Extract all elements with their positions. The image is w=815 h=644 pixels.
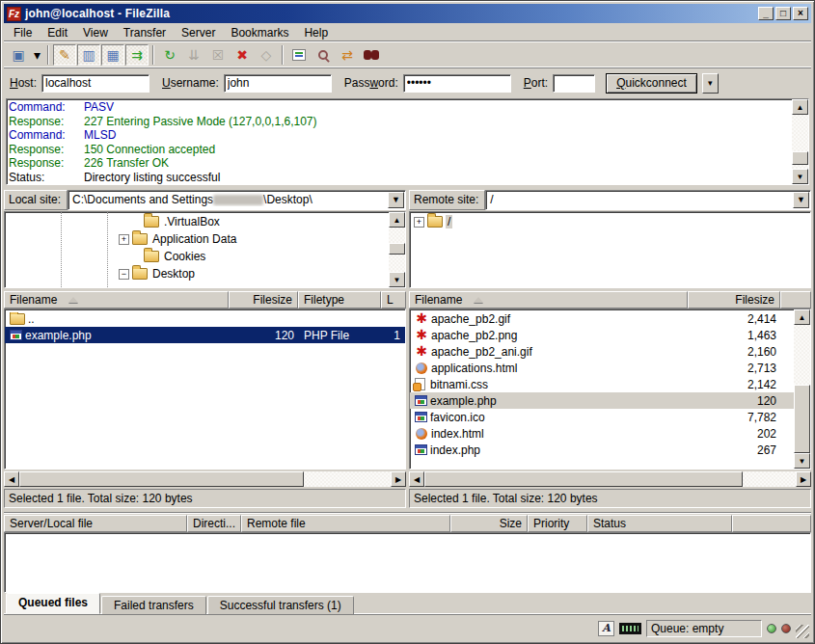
menu-file[interactable]: File — [6, 24, 40, 41]
scrollbar-thumb[interactable] — [424, 471, 743, 487]
directory-filter-button[interactable] — [287, 44, 311, 66]
toggle-message-log-button[interactable]: ✎ — [53, 44, 76, 66]
scroll-up-icon[interactable]: ▲ — [794, 309, 810, 325]
remote-row[interactable]: applications.html 2,713 — [410, 360, 794, 376]
scroll-up-icon[interactable]: ▲ — [792, 99, 808, 115]
tree-item-cookies[interactable]: Cookies — [5, 248, 389, 265]
expand-icon[interactable]: + — [119, 234, 129, 245]
folder-icon — [132, 268, 148, 280]
tab-failed-transfers[interactable]: Failed transfers — [101, 596, 206, 614]
close-button[interactable]: × — [793, 7, 808, 20]
local-h-scrollbar[interactable]: ◀ ▶ — [4, 471, 406, 487]
remote-row-example-php[interactable]: example.php 120 — [410, 392, 794, 409]
combo-dropdown-icon[interactable]: ▼ — [388, 192, 404, 208]
local-row-example-php[interactable]: example.php 120 PHP File 1 — [5, 327, 405, 343]
column-remote-file[interactable]: Remote file — [241, 515, 450, 532]
transfer-type-indicator[interactable]: A — [598, 621, 614, 636]
remote-path-combo[interactable]: / ▼ — [485, 190, 811, 210]
reconnect-button[interactable]: ◇ — [255, 44, 278, 66]
tree-item-virtualbox[interactable]: .VirtualBox — [5, 213, 389, 230]
toggle-remote-tree-button[interactable]: ▦ — [101, 44, 124, 66]
column-status[interactable]: Status — [587, 515, 732, 532]
cancel-button[interactable]: ☒ — [206, 44, 230, 66]
column-priority[interactable]: Priority — [528, 515, 587, 532]
menu-server[interactable]: Server — [174, 24, 223, 41]
column-direction[interactable]: Directi... — [187, 515, 241, 532]
remote-row[interactable]: index.php 267 — [410, 442, 794, 458]
local-path-combo[interactable]: C:\Documents and Settings\Desktop\ ▼ — [68, 190, 406, 210]
scrollbar-thumb[interactable] — [19, 471, 304, 487]
remote-row[interactable]: apache_pb2_ani.gif 2,160 — [410, 343, 794, 360]
remote-row[interactable]: bitnami.css 2,142 — [410, 376, 794, 392]
remote-row[interactable]: apache_pb2.png 1,463 — [410, 327, 794, 343]
process-queue-button[interactable]: ⇊ — [182, 44, 205, 66]
column-filename[interactable]: Filename — [4, 291, 229, 309]
local-tree-scrollbar[interactable]: ▲ ▼ — [389, 212, 405, 287]
disconnect-button[interactable]: ✖ — [231, 44, 254, 66]
remote-list-scrollbar[interactable]: ▲ ▼ — [794, 309, 810, 469]
toggle-local-tree-button[interactable]: ▥ — [77, 44, 100, 66]
scroll-down-icon[interactable]: ▼ — [792, 169, 808, 184]
scroll-left-icon[interactable]: ◀ — [409, 471, 424, 487]
tab-queued-files[interactable]: Queued files — [6, 593, 100, 614]
resize-grip[interactable] — [796, 625, 809, 638]
scrollbar-thumb[interactable] — [794, 385, 810, 453]
menu-help[interactable]: Help — [296, 24, 336, 41]
site-manager-dropdown[interactable]: ▾ — [31, 44, 43, 66]
expand-icon[interactable]: + — [414, 217, 424, 228]
tree-item-application-data[interactable]: +Application Data — [5, 230, 389, 248]
apache-feather-icon — [415, 312, 428, 325]
password-input[interactable] — [403, 74, 511, 93]
menu-bookmarks[interactable]: Bookmarks — [223, 24, 296, 41]
log-line: Response:227 Entering Passive Mode (127,… — [9, 115, 792, 129]
column-last-modified[interactable]: L — [381, 291, 406, 309]
scrollbar-thumb[interactable] — [389, 243, 405, 255]
scroll-left-icon[interactable]: ◀ — [4, 471, 19, 487]
collapse-icon[interactable]: − — [119, 269, 129, 280]
quickconnect-button[interactable]: Quickconnect — [606, 73, 697, 94]
remote-row[interactable]: apache_pb2.gif 2,414 — [410, 310, 794, 327]
remote-h-scrollbar[interactable]: ◀ ▶ — [409, 471, 811, 487]
directory-compare-button[interactable] — [312, 44, 335, 66]
column-filename[interactable]: Filename — [409, 291, 688, 309]
sync-browsing-button[interactable]: ⇄ — [336, 44, 359, 66]
filter-icon — [292, 49, 306, 61]
scroll-up-icon[interactable]: ▲ — [389, 212, 405, 228]
minimize-button[interactable]: _ — [758, 7, 774, 20]
apache-feather-icon — [415, 345, 428, 358]
scroll-right-icon[interactable]: ▶ — [796, 471, 811, 487]
site-manager-button[interactable]: ▣ — [7, 44, 30, 66]
username-input[interactable] — [224, 74, 332, 93]
remote-site-label: Remote site: — [409, 190, 485, 210]
tab-successful-transfers[interactable]: Successful transfers (1) — [207, 596, 354, 614]
refresh-button[interactable]: ↻ — [158, 44, 181, 66]
scroll-down-icon[interactable]: ▼ — [794, 453, 810, 469]
log-scrollbar[interactable]: ▲ ▼ — [792, 99, 808, 184]
tree-item-root[interactable]: +/ — [410, 213, 810, 230]
tree-item-desktop[interactable]: −Desktop — [5, 265, 389, 282]
scrollbar-thumb[interactable] — [792, 151, 808, 165]
menu-view[interactable]: View — [75, 24, 116, 41]
combo-dropdown-icon[interactable]: ▼ — [793, 192, 809, 208]
port-input[interactable] — [553, 74, 595, 93]
quickconnect-dropdown[interactable]: ▾ — [702, 73, 719, 94]
local-row-parent-dir[interactable]: .. — [5, 310, 405, 327]
find-files-button[interactable] — [360, 44, 383, 66]
menu-edit[interactable]: Edit — [40, 24, 75, 41]
column-filetype[interactable]: Filetype — [298, 291, 381, 309]
menu-transfer[interactable]: Transfer — [116, 24, 174, 41]
folder-icon — [132, 233, 148, 245]
host-input[interactable] — [41, 74, 149, 93]
remote-row[interactable]: favicon.ico 7,782 — [410, 409, 794, 425]
column-filesize[interactable]: Filesize — [229, 291, 298, 309]
local-path: C:\Documents and Settings\Desktop\ — [68, 193, 387, 206]
speedlimit-icon[interactable] — [619, 623, 641, 634]
scroll-right-icon[interactable]: ▶ — [391, 471, 406, 487]
column-size[interactable]: Size — [450, 515, 528, 532]
maximize-button[interactable]: □ — [775, 7, 791, 20]
column-server-local-file[interactable]: Server/Local file — [4, 515, 187, 532]
toggle-queue-button[interactable]: ⇉ — [125, 44, 149, 66]
column-filesize[interactable]: Filesize — [688, 291, 780, 309]
remote-row[interactable]: index.html 202 — [410, 425, 794, 442]
scroll-down-icon[interactable]: ▼ — [389, 272, 405, 287]
